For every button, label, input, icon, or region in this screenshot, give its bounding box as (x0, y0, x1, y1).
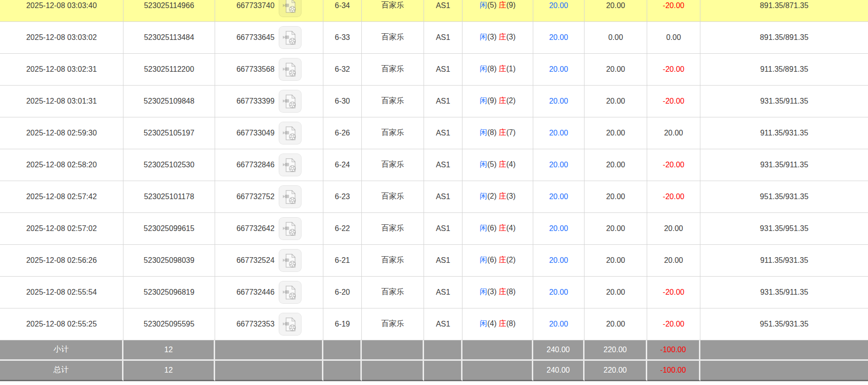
valid-amount: 20.00 (585, 149, 647, 181)
game-number: 667732446 (236, 288, 274, 297)
bet-amount-link[interactable]: 20.00 (549, 33, 568, 41)
bet-number: 523025105197 (123, 117, 215, 149)
bet-time: 2025-12-08 02:59:30 (0, 117, 123, 149)
video-icon (282, 252, 298, 269)
video-replay-button[interactable] (279, 58, 302, 81)
player-points: (5) (487, 160, 497, 168)
win-loss: -20.00 (647, 308, 700, 340)
round-number: 6-33 (323, 22, 362, 54)
bet-amount-link[interactable]: 20.00 (549, 256, 568, 264)
banker-points: (3) (506, 33, 516, 41)
bet-amount-link[interactable]: 20.00 (549, 97, 568, 105)
total-label: 总计 (0, 361, 123, 381)
video-replay-button[interactable] (279, 154, 302, 176)
bet-amount-link[interactable]: 20.00 (549, 320, 568, 328)
banker-label: 庄 (499, 288, 506, 296)
valid-amount: 20.00 (585, 245, 647, 277)
game-type: 百家乐 (362, 0, 424, 22)
video-replay-button[interactable] (279, 26, 302, 49)
banker-label: 庄 (499, 224, 506, 232)
banker-label: 庄 (499, 1, 506, 9)
subtotal-row: 小计 12 240.00 220.00 -100.00 (0, 340, 868, 361)
bet-number: 523025109848 (123, 86, 215, 117)
total-winloss: -100.00 (647, 361, 700, 381)
video-icon (282, 61, 298, 77)
round-number: 6-34 (323, 0, 362, 22)
video-replay-button[interactable] (279, 122, 302, 144)
video-icon (282, 93, 298, 109)
valid-amount: 20.00 (585, 117, 647, 149)
bet-number: 523025102530 (123, 149, 215, 181)
player-label: 闲 (480, 65, 487, 73)
game-result: 闲(3) 庄(3) (462, 22, 533, 54)
valid-amount: 20.00 (585, 0, 647, 22)
bet-number: 523025095595 (123, 308, 215, 340)
video-replay-button[interactable] (279, 281, 302, 304)
game-number: 667732353 (236, 320, 274, 328)
subtotal-label: 小计 (0, 340, 123, 361)
bet-time: 2025-12-08 02:57:42 (0, 181, 123, 213)
win-loss: -20.00 (647, 149, 700, 181)
bet-amount-link[interactable]: 20.00 (549, 129, 568, 137)
banker-label: 庄 (499, 319, 506, 327)
bet-time: 2025-12-08 03:01:31 (0, 86, 123, 117)
bet-amount-link[interactable]: 20.00 (549, 224, 568, 232)
banker-points: (4) (506, 160, 516, 168)
balance: 951.35/931.35 (700, 308, 868, 340)
table-name: AS1 (424, 86, 462, 117)
valid-amount: 20.00 (585, 308, 647, 340)
video-replay-button[interactable] (279, 217, 302, 240)
video-replay-button[interactable] (279, 0, 302, 17)
player-label: 闲 (480, 319, 487, 327)
banker-label: 庄 (499, 96, 506, 105)
betting-records-table: 2025-12-08 03:03:40 523025114966 6677337… (0, 0, 868, 381)
bet-amount-link[interactable]: 20.00 (549, 161, 568, 169)
banker-points: (9) (506, 1, 516, 9)
total-row: 总计 12 240.00 220.00 -100.00 (0, 361, 868, 381)
round-number: 6-26 (323, 117, 362, 149)
table-name: AS1 (424, 117, 462, 149)
subtotal-count: 12 (123, 340, 215, 361)
game-type: 百家乐 (362, 22, 424, 54)
video-replay-button[interactable] (279, 185, 302, 208)
player-label: 闲 (480, 224, 487, 232)
balance: 931.35/951.35 (700, 213, 868, 245)
win-loss: -20.00 (647, 181, 700, 213)
banker-points: (3) (506, 192, 516, 200)
player-points: (3) (487, 288, 497, 296)
video-icon (282, 284, 298, 300)
bet-amount-link[interactable]: 20.00 (549, 65, 568, 73)
video-icon (282, 157, 298, 173)
video-replay-button[interactable] (279, 249, 302, 272)
game-result: 闲(8) 庄(7) (462, 117, 533, 149)
bet-amount-link[interactable]: 20.00 (549, 1, 568, 10)
total-bet-amount: 240.00 (533, 361, 585, 381)
game-number: 667733740 (236, 1, 274, 10)
video-replay-button[interactable] (279, 90, 302, 113)
game-result: 闲(5) 庄(4) (462, 149, 533, 181)
bet-amount-link[interactable]: 20.00 (549, 192, 568, 201)
balance: 911.35/891.35 (700, 54, 868, 86)
win-loss: -20.00 (647, 277, 700, 308)
video-replay-button[interactable] (279, 313, 302, 336)
valid-amount: 20.00 (585, 181, 647, 213)
video-icon (282, 0, 298, 14)
game-type: 百家乐 (362, 277, 424, 308)
balance: 891.35/891.35 (700, 22, 868, 54)
banker-label: 庄 (499, 160, 506, 168)
balance: 931.35/911.35 (700, 149, 868, 181)
game-type: 百家乐 (362, 308, 424, 340)
bet-number: 523025112200 (123, 54, 215, 86)
balance: 891.35/871.35 (700, 0, 868, 22)
player-label: 闲 (480, 256, 487, 264)
banker-label: 庄 (499, 33, 506, 41)
bet-time: 2025-12-08 02:56:26 (0, 245, 123, 277)
valid-amount: 20.00 (585, 86, 647, 117)
player-label: 闲 (480, 192, 487, 200)
valid-amount: 20.00 (585, 54, 647, 86)
betting-records-viewport: 2025-12-08 03:03:40 523025114966 6677337… (0, 0, 868, 385)
player-points: (8) (487, 65, 497, 73)
banker-points: (4) (506, 224, 516, 232)
bet-amount-link[interactable]: 20.00 (549, 288, 568, 296)
player-points: (2) (487, 192, 497, 200)
